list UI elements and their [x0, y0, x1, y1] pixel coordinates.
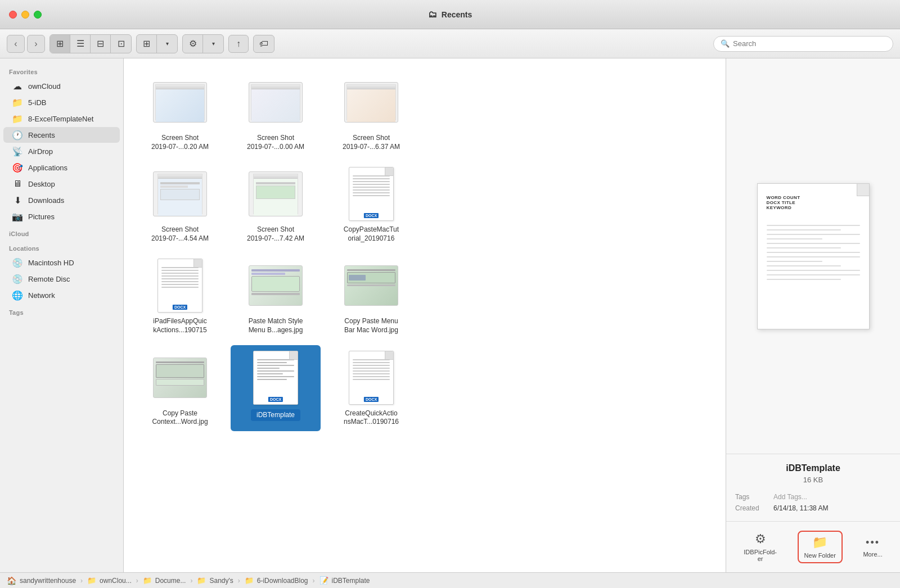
doc-line	[767, 243, 860, 244]
doc-text-area: WORD COUNTDOCX TITLEKEYWORD	[758, 184, 869, 286]
column-view-button[interactable]: ⊟	[91, 35, 111, 53]
window-controls	[9, 11, 42, 19]
file-item[interactable]: Copy PasteContext...Word.jpg	[135, 345, 225, 431]
gallery-view-button[interactable]: ⊡	[111, 35, 131, 53]
sort-arrow-button[interactable]: ▾	[203, 35, 223, 53]
group-button[interactable]: ⊞	[137, 35, 157, 53]
sort-button[interactable]: ⚙	[183, 35, 203, 53]
sidebar-item-5idb[interactable]: 📁 5-iDB	[3, 94, 120, 110]
file-thumbnail	[248, 257, 304, 314]
more-icon: •••	[866, 537, 880, 549]
file-item[interactable]: DOCX CopyPasteMacTutorial_20190716	[326, 161, 416, 247]
tags-row: Tags Add Tags...	[735, 493, 891, 501]
owncloud-icon: ☁	[12, 81, 22, 91]
file-item[interactable]: Screen Shot2019-07-...4.54 AM	[135, 161, 225, 247]
search-box: 🔍	[713, 36, 893, 52]
file-item[interactable]: Paste Match StyleMenu B...ages.jpg	[231, 253, 321, 339]
created-row: Created 6/14/18, 11:38 AM	[735, 504, 891, 512]
doc-line	[767, 279, 842, 280]
sidebar-item-label: Desktop	[28, 180, 55, 188]
file-item-idbtemplate[interactable]: DOCX iDBTemplate	[231, 345, 321, 431]
file-item[interactable]: DOCX CreateQuickActionsMacT...0190716	[326, 345, 416, 431]
action-more[interactable]: ••• More...	[857, 533, 888, 561]
minimize-button[interactable]	[21, 11, 29, 19]
sidebar: Favorites ☁ ownCloud 📁 5-iDB 📁 8-ExcelTe…	[0, 58, 124, 572]
file-name: Copy PasteContext...Word.jpg	[152, 409, 208, 427]
breadcrumb-6idownloadblog[interactable]: 6-iDownloadBlog	[257, 577, 308, 585]
sidebar-item-remote-disc[interactable]: 💿 Remote Disc	[3, 271, 120, 287]
title-icon: 🗂	[428, 10, 437, 20]
file-name: Copy Paste MenuBar Mac Word.jpg	[344, 317, 398, 334]
sidebar-item-recents[interactable]: 🕐 Recents	[3, 127, 120, 143]
file-item[interactable]: Screen Shot2019-07-...0.00 AM	[231, 70, 321, 156]
tags-value[interactable]: Add Tags...	[773, 493, 807, 501]
sidebar-item-downloads[interactable]: ⬇ Downloads	[3, 192, 120, 208]
main-area: Favorites ☁ ownCloud 📁 5-iDB 📁 8-ExcelTe…	[0, 58, 900, 572]
tags-label: Tags	[735, 493, 769, 501]
back-button[interactable]: ‹	[7, 35, 25, 53]
tag-button[interactable]: 🏷	[253, 35, 274, 53]
doc-line	[767, 261, 823, 262]
folder-icon: 📁	[87, 576, 96, 585]
sidebar-item-label: Pictures	[28, 212, 55, 221]
sidebar-item-label: ownCloud	[28, 82, 61, 91]
view-mode-group: ⊞ ☰ ⊟ ⊡	[50, 34, 132, 53]
breadcrumb-documents[interactable]: Docume...	[155, 577, 186, 585]
statusbar: 🏠 sandywrittenhouse › 📁 ownClou... › 📁 D…	[0, 572, 900, 588]
created-label: Created	[735, 504, 769, 512]
breadcrumb-idbtemplate[interactable]: iDBTemplate	[332, 577, 370, 585]
preview-meta: Tags Add Tags... Created 6/14/18, 11:38 …	[735, 493, 891, 512]
folder-icon: 📁	[12, 97, 22, 107]
breadcrumb-sandys[interactable]: Sandy's	[209, 577, 233, 585]
file-thumbnail	[248, 166, 304, 222]
action-new-folder[interactable]: 📁 New Folder	[798, 531, 843, 563]
close-button[interactable]	[9, 11, 17, 19]
breadcrumb-owncloud[interactable]: ownClou...	[100, 577, 132, 585]
sidebar-item-network[interactable]: 🌐 Network	[3, 287, 120, 303]
maximize-button[interactable]	[34, 11, 42, 19]
file-name: Screen Shot2019-07-...6.37 AM	[343, 134, 400, 151]
group-arrow-button[interactable]: ▾	[157, 35, 177, 53]
list-view-button[interactable]: ☰	[70, 35, 91, 53]
file-name: CreateQuickActionsMacT...0190716	[344, 409, 399, 427]
file-item[interactable]: Copy Paste MenuBar Mac Word.jpg	[326, 253, 416, 339]
network-icon: 🌐	[12, 290, 22, 300]
sidebar-item-applications[interactable]: 🎯 Applications	[3, 160, 120, 175]
disc-icon: 💿	[12, 274, 22, 284]
icon-view-button[interactable]: ⊞	[50, 35, 70, 53]
file-item[interactable]: Screen Shot2019-07-...7.42 AM	[231, 161, 321, 247]
forward-button[interactable]: ›	[27, 35, 45, 53]
file-thumbnail	[152, 74, 208, 130]
preview-image-area: WORD COUNTDOCX TITLEKEYWORD	[726, 58, 900, 454]
sidebar-item-airdrop[interactable]: 📡 AirDrop	[3, 143, 120, 159]
sidebar-item-label: Applications	[28, 164, 68, 172]
sidebar-item-macintosh-hd[interactable]: 💿 Macintosh HD	[3, 255, 120, 270]
tags-header: Tags	[0, 304, 123, 318]
search-input[interactable]	[733, 39, 886, 48]
share-button[interactable]: ↑	[228, 35, 249, 53]
file-thumbnail: DOCX	[152, 257, 208, 314]
sidebar-item-8excel[interactable]: 📁 8-ExcelTemplateNet	[3, 111, 120, 126]
sidebar-item-label: Recents	[28, 131, 55, 139]
doc-line	[767, 274, 860, 275]
sidebar-item-label: Network	[28, 291, 55, 300]
breadcrumb-user[interactable]: sandywrittenhouse	[20, 577, 76, 585]
file-name: Screen Shot2019-07-...0.20 AM	[151, 134, 209, 151]
sidebar-item-desktop[interactable]: 🖥 Desktop	[3, 176, 120, 192]
sidebar-item-pictures[interactable]: 📷 Pictures	[3, 209, 120, 224]
sidebar-item-owncloud[interactable]: ☁ ownCloud	[3, 78, 120, 94]
preview-info: iDBTemplate 16 KB Tags Add Tags... Creat…	[726, 454, 900, 521]
recents-icon: 🕐	[12, 130, 22, 140]
gear-icon: ⚙	[755, 532, 766, 546]
doc-corner	[857, 184, 869, 196]
file-item[interactable]: DOCX iPadFilesAppQuickActions...190715	[135, 253, 225, 339]
file-thumbnail: DOCX	[343, 166, 399, 222]
preview-actions: ⚙ IDBPicFold-er 📁 New Folder ••• More...	[726, 521, 900, 572]
file-item[interactable]: Screen Shot2019-07-...0.20 AM	[135, 70, 225, 156]
file-thumbnail	[248, 74, 304, 130]
locations-header: Locations	[0, 239, 123, 254]
action-idbpicfolder[interactable]: ⚙ IDBPicFold-er	[738, 528, 782, 566]
doc-line	[767, 256, 860, 257]
airdrop-icon: 📡	[12, 146, 22, 156]
file-item[interactable]: Screen Shot2019-07-...6.37 AM	[326, 70, 416, 156]
